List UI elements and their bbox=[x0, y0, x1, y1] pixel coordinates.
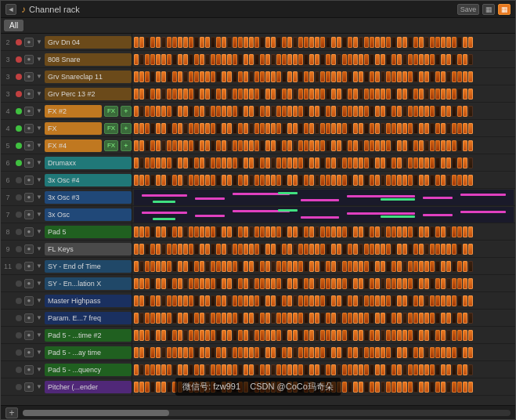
beat-button[interactable] bbox=[216, 37, 221, 48]
beat-button[interactable] bbox=[392, 364, 396, 375]
channel-status-dot[interactable] bbox=[16, 125, 22, 132]
beat-button[interactable] bbox=[419, 54, 424, 65]
mute-button[interactable]: ● bbox=[24, 365, 34, 375]
beat-button[interactable] bbox=[178, 244, 182, 255]
beat-button[interactable] bbox=[386, 364, 391, 375]
beat-button[interactable] bbox=[244, 347, 248, 358]
beat-button[interactable] bbox=[156, 313, 161, 324]
beat-button[interactable] bbox=[457, 244, 462, 255]
beat-button[interactable] bbox=[326, 347, 330, 358]
add-channel-button[interactable]: + bbox=[5, 407, 18, 418]
beat-button[interactable] bbox=[381, 106, 385, 117]
beat-button[interactable] bbox=[260, 54, 265, 65]
beat-button[interactable] bbox=[392, 313, 396, 324]
beat-button[interactable] bbox=[156, 382, 161, 393]
beat-button[interactable] bbox=[408, 226, 413, 237]
beat-button[interactable] bbox=[386, 54, 391, 65]
beat-button[interactable] bbox=[309, 347, 314, 358]
beat-button[interactable] bbox=[139, 71, 144, 82]
beat-button[interactable] bbox=[446, 37, 451, 48]
beat-button[interactable] bbox=[353, 382, 358, 393]
beat-button[interactable] bbox=[156, 37, 161, 48]
beat-button[interactable] bbox=[370, 382, 374, 393]
beat-button[interactable] bbox=[359, 89, 363, 100]
beat-button[interactable] bbox=[309, 158, 314, 168]
beat-button[interactable] bbox=[189, 278, 193, 289]
beat-button[interactable] bbox=[167, 54, 171, 65]
beat-button[interactable] bbox=[452, 364, 456, 375]
beat-button[interactable] bbox=[200, 244, 204, 255]
beat-button[interactable] bbox=[370, 54, 374, 65]
channel-name[interactable]: 3x Osc #4 bbox=[45, 174, 132, 186]
beat-button[interactable] bbox=[150, 382, 155, 393]
beat-button[interactable] bbox=[430, 89, 435, 100]
beat-button[interactable] bbox=[430, 140, 435, 151]
beat-button[interactable] bbox=[134, 261, 139, 272]
beat-button[interactable] bbox=[167, 364, 171, 375]
beat-button[interactable] bbox=[446, 330, 451, 341]
beat-button[interactable] bbox=[189, 54, 193, 65]
channel-status-dot[interactable] bbox=[16, 384, 22, 390]
beat-button[interactable] bbox=[413, 123, 418, 134]
beat-button[interactable] bbox=[320, 89, 325, 100]
beat-button[interactable] bbox=[359, 347, 363, 358]
beat-button[interactable] bbox=[468, 382, 473, 393]
beat-button[interactable] bbox=[238, 175, 243, 186]
beat-button[interactable] bbox=[386, 37, 391, 48]
beat-button[interactable] bbox=[227, 123, 232, 134]
beat-button[interactable] bbox=[227, 295, 232, 306]
beat-button[interactable] bbox=[424, 89, 429, 100]
beat-button[interactable] bbox=[413, 330, 418, 341]
beat-button[interactable] bbox=[265, 106, 270, 117]
beat-button[interactable] bbox=[205, 89, 210, 100]
beat-button[interactable] bbox=[375, 313, 380, 324]
beat-button[interactable] bbox=[183, 295, 188, 306]
beat-button[interactable] bbox=[211, 244, 215, 255]
beat-button[interactable] bbox=[342, 158, 347, 168]
grid-button[interactable]: ▦ bbox=[498, 4, 511, 15]
beat-button[interactable] bbox=[172, 175, 177, 186]
beat-button[interactable] bbox=[441, 295, 446, 306]
beat-button[interactable] bbox=[150, 364, 155, 375]
beat-button[interactable] bbox=[238, 106, 243, 117]
channel-status-dot[interactable] bbox=[16, 246, 22, 252]
add-fx-button[interactable]: + bbox=[121, 123, 132, 134]
beat-button[interactable] bbox=[342, 37, 347, 48]
beat-button[interactable] bbox=[244, 140, 248, 151]
mute-button[interactable]: ● bbox=[24, 279, 34, 288]
beat-button[interactable] bbox=[430, 226, 435, 237]
beat-button[interactable] bbox=[424, 295, 429, 306]
beat-button[interactable] bbox=[430, 123, 435, 134]
beat-button[interactable] bbox=[282, 158, 287, 168]
beat-button[interactable] bbox=[370, 140, 374, 151]
beat-button[interactable] bbox=[254, 54, 259, 65]
beat-button[interactable] bbox=[233, 313, 237, 324]
beat-button[interactable] bbox=[172, 261, 177, 272]
beat-button[interactable] bbox=[468, 278, 473, 289]
beat-button[interactable] bbox=[381, 158, 385, 168]
beat-button[interactable] bbox=[260, 330, 265, 341]
beat-button[interactable] bbox=[244, 382, 248, 393]
beat-button[interactable] bbox=[244, 364, 248, 375]
beat-button[interactable] bbox=[446, 106, 451, 117]
beat-button[interactable] bbox=[134, 226, 139, 237]
beat-button[interactable] bbox=[424, 261, 429, 272]
beat-button[interactable] bbox=[408, 140, 413, 151]
beat-button[interactable] bbox=[408, 123, 413, 134]
beat-button[interactable] bbox=[205, 330, 210, 341]
beat-button[interactable] bbox=[348, 158, 352, 168]
beat-button[interactable] bbox=[413, 382, 418, 393]
beat-button[interactable] bbox=[424, 364, 429, 375]
beat-button[interactable] bbox=[452, 313, 456, 324]
beat-button[interactable] bbox=[381, 37, 385, 48]
beat-button[interactable] bbox=[183, 89, 188, 100]
beat-button[interactable] bbox=[348, 278, 352, 289]
beat-button[interactable] bbox=[413, 175, 418, 186]
mute-button[interactable]: ● bbox=[24, 72, 34, 81]
channel-name[interactable]: Pad 5 - ...time #2 bbox=[45, 329, 132, 342]
beat-button[interactable] bbox=[205, 140, 210, 151]
beat-button[interactable] bbox=[161, 37, 166, 48]
channel-arrow[interactable]: ▼ bbox=[35, 210, 43, 219]
beat-button[interactable] bbox=[375, 175, 380, 186]
beat-button[interactable] bbox=[375, 71, 380, 82]
